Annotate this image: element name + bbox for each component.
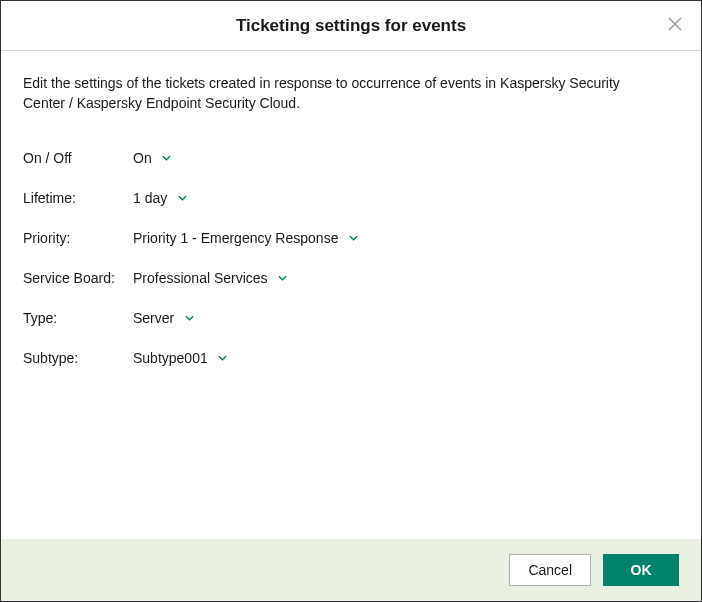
dialog-footer: Cancel OK (1, 539, 701, 601)
dropdown-lifetime[interactable]: 1 day (133, 190, 679, 206)
value-onoff: On (133, 150, 152, 166)
chevron-down-icon (348, 233, 358, 243)
chevron-down-icon (278, 273, 288, 283)
cancel-button[interactable]: Cancel (509, 554, 591, 586)
value-priority: Priority 1 - Emergency Response (133, 230, 338, 246)
close-icon (668, 17, 682, 34)
chevron-down-icon (184, 313, 194, 323)
label-lifetime: Lifetime: (23, 190, 133, 206)
ok-button[interactable]: OK (603, 554, 679, 586)
dropdown-type[interactable]: Server (133, 310, 679, 326)
close-button[interactable] (665, 16, 685, 36)
value-subtype: Subtype001 (133, 350, 208, 366)
dialog-description: Edit the settings of the tickets created… (23, 73, 663, 114)
dialog-title: Ticketing settings for events (236, 16, 466, 36)
label-priority: Priority: (23, 230, 133, 246)
dropdown-priority[interactable]: Priority 1 - Emergency Response (133, 230, 679, 246)
chevron-down-icon (162, 153, 172, 163)
value-type: Server (133, 310, 174, 326)
dropdown-service-board[interactable]: Professional Services (133, 270, 679, 286)
label-type: Type: (23, 310, 133, 326)
dialog-body: Edit the settings of the tickets created… (1, 51, 701, 539)
dropdown-subtype[interactable]: Subtype001 (133, 350, 679, 366)
value-lifetime: 1 day (133, 190, 167, 206)
value-service-board: Professional Services (133, 270, 268, 286)
label-subtype: Subtype: (23, 350, 133, 366)
dialog-header: Ticketing settings for events (1, 1, 701, 51)
dialog-ticketing-settings: Ticketing settings for events Edit the s… (0, 0, 702, 602)
settings-grid: On / Off On Lifetime: 1 day Priority: Pr… (23, 150, 679, 366)
chevron-down-icon (177, 193, 187, 203)
label-onoff: On / Off (23, 150, 133, 166)
label-service-board: Service Board: (23, 270, 133, 286)
dropdown-onoff[interactable]: On (133, 150, 679, 166)
chevron-down-icon (218, 353, 228, 363)
